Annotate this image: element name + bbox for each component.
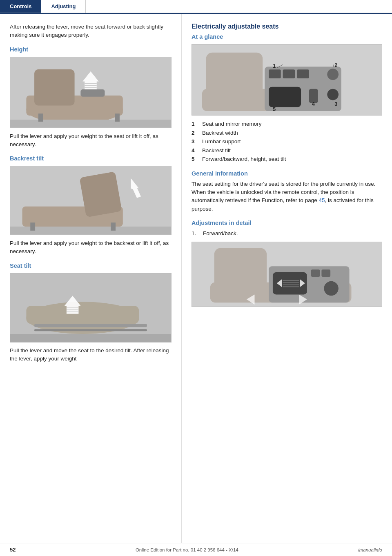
- page-number: 52: [10, 547, 16, 553]
- section-glance-heading: At a glance: [192, 33, 382, 40]
- adjustments-list: 1. Forward/back.: [192, 229, 382, 238]
- backrest-image: [10, 166, 172, 235]
- svg-rect-4: [80, 89, 105, 97]
- adjustment-item-1: 1. Forward/back.: [192, 229, 382, 238]
- svg-rect-17: [30, 222, 35, 231]
- list-item-5: 5 Forward/backward, height, seat tilt: [192, 155, 382, 164]
- seat-tilt-image: [10, 273, 172, 342]
- section-general-heading: General information: [192, 170, 382, 177]
- main-content: After releasing the lever, move the seat…: [0, 14, 392, 543]
- list-item-2: 2 Backrest width: [192, 129, 382, 138]
- tab-controls-label: Controls: [10, 3, 31, 9]
- section-height-heading: Height: [10, 46, 172, 53]
- left-column: After releasing the lever, move the seat…: [0, 14, 182, 543]
- list-item-3: 3 Lumbar support: [192, 137, 382, 146]
- tab-adjusting[interactable]: Adjusting: [41, 0, 86, 13]
- tab-adjusting-label: Adjusting: [51, 3, 76, 9]
- right-column: Electrically adjustable seats At a glanc…: [182, 14, 392, 543]
- section-adjustments-heading: Adjustments in detail: [192, 220, 382, 226]
- svg-rect-28: [34, 329, 147, 331]
- svg-rect-34: [283, 69, 295, 78]
- list-item-4: 4 Backrest tilt: [192, 146, 382, 155]
- svg-text:5: 5: [273, 106, 276, 112]
- svg-rect-36: [327, 69, 339, 80]
- section-seat-tilt-heading: Seat tilt: [10, 262, 172, 269]
- svg-rect-14: [79, 171, 122, 217]
- page-footer: 52 Online Edition for Part no. 01 40 2 9…: [0, 543, 392, 556]
- glance-list: 1 Seat and mirror memory 2 Backrest widt…: [192, 120, 382, 164]
- general-info-text: The seat setting for the driver's seat i…: [192, 180, 382, 213]
- svg-rect-11: [115, 113, 120, 122]
- svg-rect-3: [34, 69, 75, 105]
- section-backrest-heading: Backrest tilt: [10, 155, 172, 162]
- svg-rect-10: [38, 113, 43, 122]
- backrest-caption: Pull the lever and apply your weight to …: [10, 239, 172, 256]
- svg-rect-9: [10, 119, 171, 127]
- svg-text:4: 4: [312, 101, 315, 107]
- seat-tilt-caption: Pull the lever and move the seat to the …: [10, 347, 172, 363]
- page-wrapper: Controls Adjusting After releasing the l…: [0, 0, 392, 543]
- svg-rect-18: [111, 222, 116, 231]
- svg-rect-33: [269, 69, 281, 78]
- electric-seat-diagram: 1 2 3 4 5: [192, 44, 382, 116]
- forward-back-diagram: [192, 242, 382, 307]
- list-item-1: 1 Seat and mirror memory: [192, 120, 382, 129]
- svg-rect-21: [26, 306, 139, 324]
- main-title: Electrically adjustable seats: [192, 23, 382, 30]
- svg-rect-59: [311, 269, 320, 277]
- height-caption: Pull the lever and apply your weight to …: [10, 132, 172, 149]
- svg-text:3: 3: [334, 101, 337, 107]
- height-image: [10, 57, 172, 128]
- footer-center: Online Edition for Part no. 01 40 2 956 …: [136, 547, 238, 552]
- intro-text: After releasing the lever, move the seat…: [10, 23, 172, 40]
- svg-rect-35: [297, 69, 309, 78]
- svg-rect-39: [269, 87, 301, 107]
- svg-rect-60: [321, 269, 330, 277]
- svg-text:2: 2: [334, 62, 337, 68]
- footer-logo: imanualinfo: [358, 547, 382, 552]
- svg-rect-37: [327, 89, 339, 100]
- svg-rect-27: [34, 324, 147, 327]
- svg-rect-26: [10, 334, 171, 342]
- svg-text:1: 1: [273, 63, 276, 69]
- svg-point-58: [324, 281, 339, 296]
- tab-controls[interactable]: Controls: [0, 0, 41, 13]
- page-link[interactable]: 45: [318, 197, 325, 203]
- page-header: Controls Adjusting: [0, 0, 392, 13]
